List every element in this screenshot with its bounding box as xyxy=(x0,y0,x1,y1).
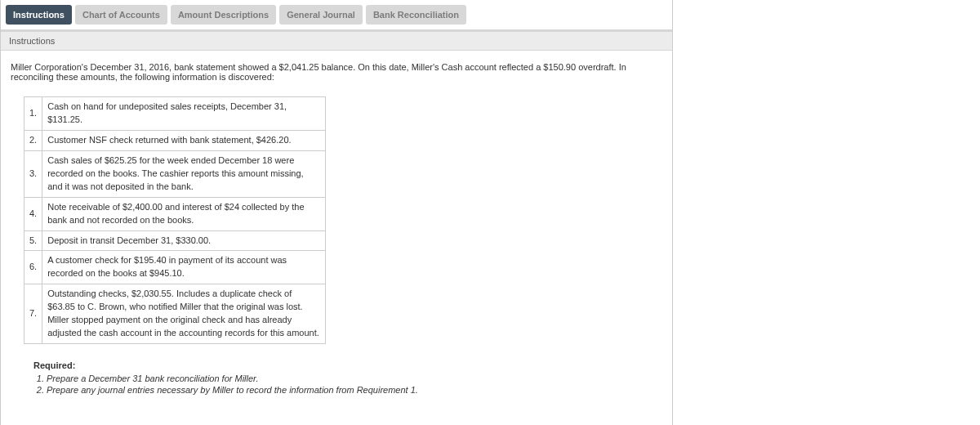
section-header: Instructions xyxy=(1,31,672,51)
item-text: Outstanding checks, $2,030.55. Includes … xyxy=(42,284,326,344)
table-row: 1. Cash on hand for undeposited sales re… xyxy=(24,97,326,131)
table-row: 3. Cash sales of $625.25 for the week en… xyxy=(24,150,326,197)
item-text: A customer check for $195.40 in payment … xyxy=(42,251,326,284)
required-block: Required: Prepare a December 31 bank rec… xyxy=(33,360,662,395)
required-item: Prepare any journal entries necessary by… xyxy=(47,385,662,395)
item-number: 7. xyxy=(24,284,42,344)
item-text: Customer NSF check returned with bank st… xyxy=(42,130,326,150)
item-number: 4. xyxy=(24,197,42,230)
tab-amount-descriptions[interactable]: Amount Descriptions xyxy=(171,5,276,25)
item-number: 3. xyxy=(24,150,42,197)
items-table: 1. Cash on hand for undeposited sales re… xyxy=(24,96,326,344)
item-number: 5. xyxy=(24,230,42,251)
item-number: 1. xyxy=(24,97,42,131)
tab-bank-reconciliation[interactable]: Bank Reconciliation xyxy=(366,5,466,25)
item-text: Note receivable of $2,400.00 and interes… xyxy=(42,197,326,230)
table-row: 5. Deposit in transit December 31, $330.… xyxy=(24,230,326,251)
required-heading: Required: xyxy=(33,360,662,370)
table-row: 7. Outstanding checks, $2,030.55. Includ… xyxy=(24,284,326,344)
tabbar-container: Instructions Chart of Accounts Amount De… xyxy=(1,0,672,31)
tab-instructions[interactable]: Instructions xyxy=(6,5,72,25)
required-item: Prepare a December 31 bank reconciliatio… xyxy=(47,374,662,383)
tab-general-journal[interactable]: General Journal xyxy=(279,5,363,25)
tab-chart-of-accounts[interactable]: Chart of Accounts xyxy=(75,5,167,25)
page-frame: Instructions Chart of Accounts Amount De… xyxy=(0,0,673,425)
content-area: Miller Corporation's December 31, 2016, … xyxy=(1,51,672,425)
tabbar: Instructions Chart of Accounts Amount De… xyxy=(6,5,667,25)
item-text: Cash on hand for undeposited sales recei… xyxy=(42,97,326,131)
item-number: 6. xyxy=(24,251,42,284)
item-text: Cash sales of $625.25 for the week ended… xyxy=(42,150,326,197)
required-list: Prepare a December 31 bank reconciliatio… xyxy=(47,374,662,395)
table-row: 2. Customer NSF check returned with bank… xyxy=(24,130,326,150)
table-row: 6. A customer check for $195.40 in payme… xyxy=(24,251,326,284)
item-number: 2. xyxy=(24,130,42,150)
intro-text: Miller Corporation's December 31, 2016, … xyxy=(11,62,662,82)
item-text: Deposit in transit December 31, $330.00. xyxy=(42,230,326,251)
table-row: 4. Note receivable of $2,400.00 and inte… xyxy=(24,197,326,230)
